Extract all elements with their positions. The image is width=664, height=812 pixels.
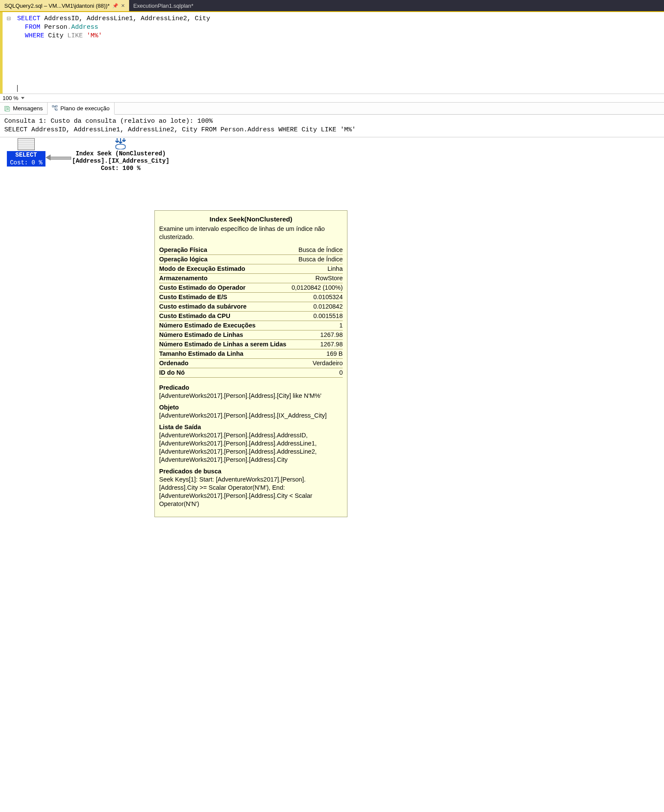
tooltip-row-value: 1267.98 <box>290 340 343 349</box>
plan-query-text: SELECT AddressID, AddressLine1, AddressL… <box>4 126 660 134</box>
kw-where: WHERE <box>25 32 44 39</box>
document-tabbar: SQLQuery2.sql – VM...VM1\jdantoni (88))*… <box>0 0 664 12</box>
tab-label: Mensagens <box>13 105 43 112</box>
tooltip-output-body: [AdventureWorks2017].[Person].[Address].… <box>159 431 343 458</box>
schema: Person <box>40 24 67 31</box>
tooltip-description: Examine um intervalo específico de linha… <box>159 225 343 241</box>
zoom-bar: 100 % <box>0 94 664 103</box>
string-literal: 'M%' <box>83 32 102 39</box>
messages-icon <box>4 106 10 112</box>
plan-header: Consulta 1: Custo da consulta (relativo … <box>0 115 664 137</box>
operator-select[interactable]: SELECT Cost: 0 % <box>7 138 45 167</box>
tooltip-row-value: Busca de Índice <box>290 255 343 264</box>
zoom-level[interactable]: 100 % <box>3 95 18 101</box>
tab-label: ExecutionPlan1.sqlplan* <box>133 3 193 9</box>
tooltip-row-label: Custo Estimado do Operador <box>159 283 290 293</box>
tooltip-row: Tamanho Estimado da Linha169 B <box>159 349 343 359</box>
tooltip-row: Número Estimado de Execuções1 <box>159 321 343 330</box>
tooltip-row-label: Operação Física <box>159 245 290 255</box>
tooltip-row-label: Tamanho Estimado da Linha <box>159 349 290 359</box>
plan-query-cost: Consulta 1: Custo da consulta (relativo … <box>4 117 660 126</box>
index-seek-icon <box>115 137 126 149</box>
caret <box>17 85 18 92</box>
chevron-down-icon[interactable] <box>21 97 24 99</box>
tooltip-row-label: Número Estimado de Linhas a serem Lidas <box>159 340 290 349</box>
operator-object: [Address].[IX_Address_City] <box>72 158 169 164</box>
operator-cost: Cost: 0 % <box>7 159 45 167</box>
tooltip-row-label: Modo de Execução Estimado <box>159 264 290 274</box>
tooltip-row-label: Número Estimado de Execuções <box>159 321 290 330</box>
tab-executionplan[interactable]: ExecutionPlan1.sqlplan* <box>129 0 198 11</box>
tooltip-row-value: 0.0105324 <box>290 293 343 302</box>
tooltip-row: Custo estimado da subárvore0.0120842 <box>159 302 343 312</box>
tooltip-row-value: 0.0015518 <box>290 312 343 321</box>
tooltip-row: ArmazenamentoRowStore <box>159 274 343 283</box>
kw-from: FROM <box>25 24 40 31</box>
plan-arrow <box>45 155 71 160</box>
tooltip-object-title: Objeto <box>159 403 343 412</box>
tooltip-row-label: Armazenamento <box>159 274 290 283</box>
operator-label: Index Seek (NonClustered) <box>75 150 166 157</box>
close-icon[interactable]: ✕ <box>121 3 125 9</box>
operator-label: SELECT <box>7 151 45 159</box>
results-tabbar: Mensagens Plano de execução <box>0 103 664 115</box>
tab-label: Plano de execução <box>60 105 110 112</box>
tooltip-row-label: ID do Nó <box>159 368 290 378</box>
tooltip-row-value: 1 <box>290 321 343 330</box>
tooltip-row: Modo de Execução EstimadoLinha <box>159 264 343 274</box>
tooltip-row-value: Verdadeiro <box>290 359 343 368</box>
tooltip-predicate-title: Predicado <box>159 384 343 392</box>
collapse-icon[interactable]: ⊟ <box>6 15 10 23</box>
tooltip-object-body: [AdventureWorks2017].[Person].[Address].… <box>159 412 343 420</box>
plan-tree-icon <box>52 105 58 111</box>
tooltip-row-label: Custo Estimado da CPU <box>159 312 290 321</box>
tooltip-row: Operação lógicaBusca de Índice <box>159 255 343 264</box>
tooltip-row-value: 1267.98 <box>290 330 343 340</box>
kw-select: SELECT <box>17 15 40 22</box>
tooltip-row: Número Estimado de Linhas1267.98 <box>159 330 343 340</box>
tooltip-row-label: Número Estimado de Linhas <box>159 330 290 340</box>
select-table-icon <box>18 138 35 150</box>
tooltip-output-title: Lista de Saída <box>159 423 343 431</box>
plan-canvas[interactable]: SELECT Cost: 0 % Index Seek (NonClustere… <box>0 137 664 180</box>
tooltip-row-value: 0,0120842 (100%) <box>290 283 343 293</box>
tooltip-row-label: Ordenado <box>159 359 290 368</box>
svg-rect-6 <box>56 106 57 107</box>
tooltip-row-value: RowStore <box>290 274 343 283</box>
tab-messages[interactable]: Mensagens <box>0 103 48 114</box>
tooltip-row: Custo Estimado da CPU0.0015518 <box>159 312 343 321</box>
tooltip-row: ID do Nó0 <box>159 368 343 378</box>
code-body[interactable]: SELECT AddressID, AddressLine1, AddressL… <box>15 12 213 94</box>
tooltip-row-value: Linha <box>290 264 343 274</box>
tooltip-title: Index Seek(NonClustered) <box>159 215 343 223</box>
col-list: AddressID, AddressLine1, AddressLine2, C… <box>40 15 210 22</box>
tooltip-row-value: 0 <box>290 368 343 378</box>
tooltip-row-label: Custo estimado da subárvore <box>159 302 290 312</box>
tooltip-row-value: 0.0120842 <box>290 302 343 312</box>
kw-like: LIKE <box>67 32 83 39</box>
operator-tooltip: Index Seek(NonClustered) Examine um inte… <box>154 210 347 458</box>
svg-rect-5 <box>52 106 54 107</box>
tooltip-predicate-body: [AdventureWorks2017].[Person].[Address].… <box>159 392 343 400</box>
tooltip-row-label: Custo Estimado de E/S <box>159 293 290 302</box>
tooltip-row: Operação FísicaBusca de Índice <box>159 245 343 255</box>
sql-editor[interactable]: ⊟ SELECT AddressID, AddressLine1, Addres… <box>0 12 664 94</box>
operator-cost: Cost: 100 % <box>101 165 140 172</box>
tooltip-row: OrdenadoVerdadeiro <box>159 359 343 368</box>
tooltip-row-label: Operação lógica <box>159 255 290 264</box>
svg-rect-7 <box>56 109 57 111</box>
dot: . <box>67 24 71 31</box>
operator-index-seek[interactable]: Index Seek (NonClustered) [Address].[IX_… <box>72 137 169 172</box>
tooltip-row-value: Busca de Índice <box>290 245 343 255</box>
col-city: City <box>44 32 67 39</box>
tooltip-row: Custo Estimado de E/S0.0105324 <box>159 293 343 302</box>
tab-execution-plan[interactable]: Plano de execução <box>48 103 115 115</box>
table: Address <box>71 24 98 31</box>
tooltip-row-value: 169 B <box>290 349 343 359</box>
pin-icon[interactable]: 📌 <box>112 3 118 9</box>
tooltip-row: Custo Estimado do Operador0,0120842 (100… <box>159 283 343 293</box>
fold-gutter: ⊟ <box>3 12 15 94</box>
tab-sqlquery2[interactable]: SQLQuery2.sql – VM...VM1\jdantoni (88))*… <box>0 0 129 11</box>
tooltip-row: Número Estimado de Linhas a serem Lidas1… <box>159 340 343 349</box>
tab-label: SQLQuery2.sql – VM...VM1\jdantoni (88))* <box>4 3 110 9</box>
